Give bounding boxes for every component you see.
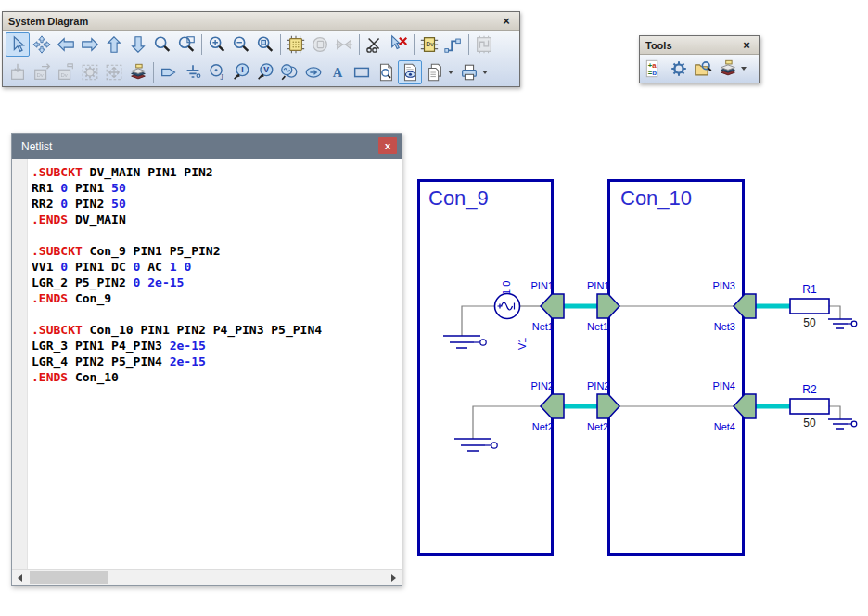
- port-net-label: Net1: [587, 321, 608, 332]
- resistor-value-label: 50: [803, 316, 816, 329]
- push-into-subsystem-button[interactable]: [6, 60, 30, 84]
- current-probe-button[interactable]: I: [229, 60, 253, 84]
- add-ground-button[interactable]: [181, 60, 205, 84]
- ac-probe-button[interactable]: [277, 60, 301, 84]
- copy-page-button[interactable]: [422, 60, 456, 84]
- mag-minus-icon: [231, 34, 251, 55]
- equation-icon: +a=b: [645, 58, 665, 79]
- dropdown-caret-icon[interactable]: [448, 71, 453, 74]
- zoom-out-button[interactable]: [229, 32, 253, 57]
- browse-files-button[interactable]: [691, 57, 715, 81]
- zoom-tool-button[interactable]: [150, 32, 174, 57]
- print-button[interactable]: [456, 60, 491, 84]
- tools-row: +a=b: [640, 55, 760, 83]
- scroll-up-button[interactable]: [102, 32, 126, 57]
- add-test-point-button[interactable]: [441, 32, 466, 57]
- resistor-r1[interactable]: R1 50: [790, 283, 829, 329]
- arrow-down-icon: [128, 34, 148, 55]
- close-button[interactable]: x: [378, 137, 397, 154]
- netlist-line: .SUBCKT DV_MAIN PIN1 PIN2: [32, 164, 402, 180]
- wire-r2-to-gnd[interactable]: [829, 406, 840, 419]
- rotate-element-button[interactable]: [308, 32, 332, 57]
- equation-editor-button[interactable]: +a=b: [643, 57, 667, 81]
- chip-gear-icon: [80, 62, 100, 83]
- zoom-full-button[interactable]: [253, 32, 277, 57]
- draw-rectangle-button[interactable]: [350, 60, 374, 84]
- circle-part-icon: [310, 34, 330, 55]
- toolbar-separator: [414, 34, 415, 55]
- cut-wire-button[interactable]: [363, 32, 387, 57]
- svg-text:J: J: [220, 73, 223, 82]
- netlist-line: [32, 306, 402, 322]
- scroll-left-button[interactable]: [54, 32, 78, 57]
- mag-plus-icon: [207, 34, 227, 55]
- element-library-button[interactable]: [126, 60, 150, 84]
- mirror-element-button[interactable]: [332, 32, 356, 57]
- toolbar-separator: [201, 34, 202, 55]
- scroll-right-arrow-icon[interactable]: [386, 570, 402, 585]
- netlist-titlebar[interactable]: Netlist: [12, 134, 402, 159]
- toolbar-separator: [280, 34, 281, 55]
- element-libraries-button[interactable]: [715, 57, 749, 81]
- resistor-value-label: 50: [803, 417, 816, 430]
- reroute-nets-button[interactable]: [472, 32, 496, 57]
- block-con10[interactable]: Con_10: [609, 181, 744, 555]
- gear-icon: [669, 58, 689, 79]
- system-diagram-titlebar[interactable]: System Diagram ×: [3, 12, 519, 31]
- tools-palette-titlebar[interactable]: Tools ×: [640, 36, 760, 55]
- scroll-left-arrow-icon[interactable]: [12, 570, 28, 585]
- scrollbar-thumb[interactable]: [30, 571, 108, 584]
- arrow-left-icon: [56, 34, 76, 55]
- preview-page-button[interactable]: [374, 60, 398, 84]
- delete-element-button[interactable]: [387, 32, 411, 57]
- copy-subsystem-button[interactable]: Dv: [54, 60, 78, 84]
- port-net-label: Net2: [532, 421, 554, 432]
- bowtie-icon: [334, 34, 354, 55]
- ground-symbol-4[interactable]: [828, 419, 857, 429]
- netlist-editor[interactable]: .SUBCKT DV_MAIN PIN1 PIN2RR1 0 PIN1 50RR…: [12, 159, 402, 570]
- desktop: System Diagram × Dv DvDvJIVA Tools × +a=…: [0, 0, 868, 616]
- zoom-area-button[interactable]: [174, 32, 198, 57]
- resize-subsystem-button[interactable]: [102, 60, 126, 84]
- add-subsystem-button[interactable]: [284, 32, 308, 57]
- svg-text:=b: =b: [648, 69, 657, 77]
- probe-v-icon: V: [255, 62, 275, 83]
- signal-direction-button[interactable]: [301, 60, 326, 84]
- block-title: Con_10: [620, 186, 692, 210]
- toolbar-separator: [468, 34, 469, 55]
- wire-r1-to-gnd[interactable]: [829, 306, 840, 319]
- chip-dv-icon: Dv: [419, 34, 440, 55]
- scroll-down-button[interactable]: [126, 32, 150, 57]
- books-icon: [128, 62, 148, 83]
- zoom-in-button[interactable]: [205, 32, 229, 57]
- settings-button[interactable]: [667, 57, 691, 81]
- schematic-canvas[interactable]: Con_9 Con_10 1 0 V1: [408, 130, 868, 616]
- resistor-r2[interactable]: R2 50: [790, 383, 829, 430]
- select-tool-button[interactable]: [6, 32, 30, 57]
- scrollbar-track[interactable]: [28, 570, 386, 585]
- netlist-line: RR2 0 PIN2 50: [32, 196, 402, 212]
- pan-view-button[interactable]: [30, 32, 54, 57]
- netlist-line: RR1 0 PIN1 50: [32, 180, 402, 196]
- dropdown-caret-icon[interactable]: [482, 71, 488, 74]
- block-con9[interactable]: Con_9: [419, 181, 553, 555]
- scroll-right-button[interactable]: [78, 32, 102, 57]
- source-value-label: 1 0: [501, 281, 512, 295]
- open-subcircuit-button[interactable]: Dv: [417, 32, 441, 57]
- close-icon[interactable]: ×: [499, 14, 514, 29]
- voltage-probe-button[interactable]: V: [253, 60, 277, 84]
- view-netlist-button[interactable]: [398, 60, 422, 84]
- svg-text:Dv: Dv: [37, 72, 44, 78]
- netlist-horizontal-scrollbar[interactable]: [12, 569, 402, 585]
- ground-symbol-3[interactable]: [828, 319, 857, 328]
- dropdown-caret-icon[interactable]: [741, 67, 747, 71]
- add-text-button[interactable]: A: [326, 60, 350, 84]
- chip-down-icon: [7, 62, 28, 83]
- add-current-source-button[interactable]: J: [205, 60, 229, 84]
- ground-icon: [183, 62, 203, 83]
- export-subsystem-button[interactable]: Dv: [30, 60, 54, 84]
- add-port-button[interactable]: [157, 60, 181, 84]
- netlist-line: LGR_4 PIN2 P5_PIN4 2e-15: [32, 353, 402, 369]
- subsystem-options-button[interactable]: [78, 60, 102, 84]
- close-icon[interactable]: ×: [739, 38, 754, 53]
